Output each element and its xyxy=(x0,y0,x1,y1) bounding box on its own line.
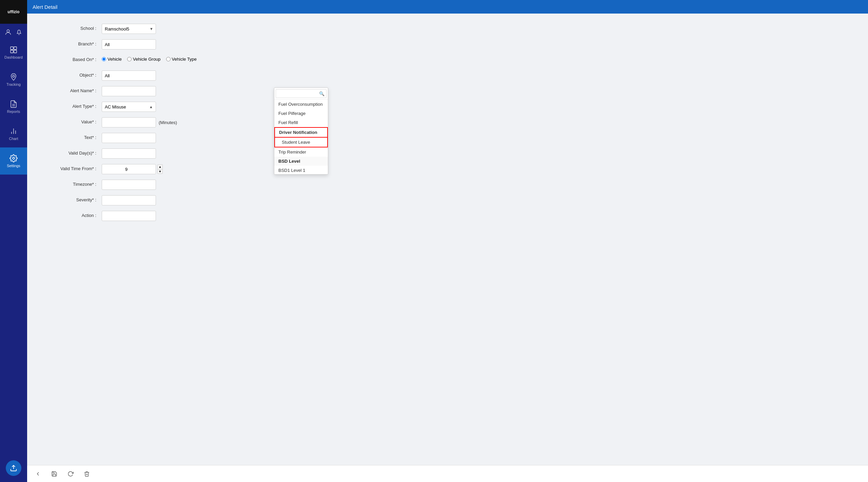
radio-vehicle-type[interactable]: Vehicle Type xyxy=(166,57,197,62)
action-row: Action : xyxy=(41,211,346,222)
refresh-button[interactable] xyxy=(65,468,76,479)
based-on-control: Vehicle Vehicle Group Vehicle Type xyxy=(102,55,346,62)
sidebar-item-dashboard[interactable]: Dashboard xyxy=(0,39,27,66)
value-input[interactable] xyxy=(102,117,156,127)
alert-name-label: Alert Name* : xyxy=(41,86,102,93)
severity-input[interactable] xyxy=(102,195,156,205)
sidebar-item-reports[interactable]: Reports xyxy=(0,93,27,120)
radio-vehicle-input[interactable] xyxy=(102,57,106,61)
alert-type-arrow: ▲ xyxy=(149,105,153,109)
object-input[interactable] xyxy=(102,71,156,81)
valid-time-input[interactable] xyxy=(102,164,156,174)
main-content: Alert Detail School : Ramschool5 ▼ Branc… xyxy=(27,0,868,482)
value-suffix: (Minutes) xyxy=(159,120,177,125)
value-label: Value* : xyxy=(41,117,102,124)
object-label: Object* : xyxy=(41,71,102,78)
school-select-wrap: Ramschool5 ▼ xyxy=(102,24,156,34)
alert-name-input[interactable] xyxy=(102,86,156,96)
dropdown-item-fuel-pilferage[interactable]: Fuel Pilferage xyxy=(274,109,328,118)
sidebar-item-chart[interactable]: Chart xyxy=(0,120,27,147)
svg-rect-2 xyxy=(14,47,17,49)
branch-input[interactable] xyxy=(102,39,156,49)
svg-rect-1 xyxy=(11,47,13,49)
radio-vehicle-type-label: Vehicle Type xyxy=(172,57,197,62)
timezone-input[interactable] xyxy=(102,180,156,190)
dropdown-item-bsd1-level1[interactable]: BSD1 Level 1 xyxy=(274,166,328,174)
radio-vehicle-type-input[interactable] xyxy=(166,57,171,61)
alert-type-value: AC Misuse xyxy=(105,104,126,109)
valid-time-label: Valid Time From* : xyxy=(41,164,102,171)
time-spinner: ▲ ▼ xyxy=(157,164,163,174)
svg-rect-3 xyxy=(11,50,13,53)
radio-vehicle-label: Vehicle xyxy=(107,57,122,62)
page-title: Alert Detail xyxy=(33,4,57,10)
svg-point-5 xyxy=(13,75,15,77)
alert-type-select[interactable]: AC Misuse ▲ xyxy=(102,102,156,112)
school-control: Ramschool5 ▼ xyxy=(102,24,346,34)
bell-icon[interactable] xyxy=(15,28,23,37)
form-area: School : Ramschool5 ▼ Branch* : xyxy=(27,14,868,482)
severity-row: Severity* : xyxy=(41,195,346,206)
severity-label: Severity* : xyxy=(41,195,102,202)
alert-type-label: Alert Type* : xyxy=(41,102,102,109)
object-row: Object* : xyxy=(41,71,346,81)
text-input[interactable] xyxy=(102,133,156,143)
dropdown-search-icon: 🔍 xyxy=(319,91,324,96)
object-control xyxy=(102,71,346,81)
svg-rect-4 xyxy=(14,50,17,53)
bottom-toolbar xyxy=(27,465,868,482)
dropdown-item-bsd-level: BSD Level xyxy=(274,157,328,166)
severity-control xyxy=(102,195,346,205)
spinner-up[interactable]: ▲ xyxy=(157,164,163,169)
school-label: School : xyxy=(41,24,102,31)
page-header: Alert Detail xyxy=(27,0,868,14)
action-input[interactable] xyxy=(102,211,156,221)
sidebar-bottom xyxy=(0,460,27,482)
dropdown-item-fuel-overconsumption[interactable]: Fuel Overconsumption xyxy=(274,100,328,109)
dropdown-item-student-leave[interactable]: Student Leave xyxy=(274,138,328,147)
app-logo: uffizio xyxy=(0,0,27,24)
valid-days-label: Valid Day(s)* : xyxy=(41,148,102,156)
branch-row: Branch* : xyxy=(41,39,346,50)
based-on-row: Based On* : Vehicle Vehicle Group Vehicl… xyxy=(41,55,346,66)
dropdown-item-trip-reminder[interactable]: Trip Reminder xyxy=(274,147,328,157)
timezone-label: Timezone* : xyxy=(41,180,102,187)
sidebar-item-tracking[interactable]: Tracking xyxy=(0,66,27,93)
back-button[interactable] xyxy=(33,468,43,479)
sidebar: uffizio Dashboard Tracking Reports Chart xyxy=(0,0,27,482)
sidebar-top-icons xyxy=(4,28,23,37)
spinner-down[interactable]: ▼ xyxy=(157,169,163,174)
radio-vehicle-group[interactable]: Vehicle Group xyxy=(127,57,161,62)
school-row: School : Ramschool5 ▼ xyxy=(41,24,346,35)
radio-vehicle-group-label: Vehicle Group xyxy=(133,57,161,62)
valid-days-input[interactable] xyxy=(102,148,156,159)
branch-label: Branch* : xyxy=(41,39,102,46)
dropdown-item-driver-notification[interactable]: Driver Notification xyxy=(274,127,328,138)
dropdown-list: Fuel Overconsumption Fuel Pilferage Fuel… xyxy=(274,100,328,174)
dropdown-item-fuel-refill[interactable]: Fuel Refill xyxy=(274,118,328,127)
branch-control xyxy=(102,39,346,49)
based-on-label: Based On* : xyxy=(41,55,102,62)
delete-button[interactable] xyxy=(81,468,92,479)
alert-type-dropdown: 🔍 Fuel Overconsumption Fuel Pilferage Fu… xyxy=(274,87,328,175)
radio-vehicle[interactable]: Vehicle xyxy=(102,57,122,62)
svg-point-11 xyxy=(13,157,15,159)
user-icon[interactable] xyxy=(4,28,12,37)
timezone-control xyxy=(102,180,346,190)
action-control xyxy=(102,211,346,221)
timezone-row: Timezone* : xyxy=(41,180,346,190)
save-button[interactable] xyxy=(49,468,60,479)
upload-button[interactable] xyxy=(6,460,21,476)
school-select[interactable]: Ramschool5 xyxy=(102,24,156,34)
dropdown-search-wrap: 🔍 xyxy=(274,88,328,100)
text-label: Text* : xyxy=(41,133,102,140)
sidebar-item-settings[interactable]: Settings xyxy=(0,147,27,175)
svg-point-0 xyxy=(7,30,9,32)
action-label: Action : xyxy=(41,211,102,218)
radio-vehicle-group-input[interactable] xyxy=(127,57,132,61)
